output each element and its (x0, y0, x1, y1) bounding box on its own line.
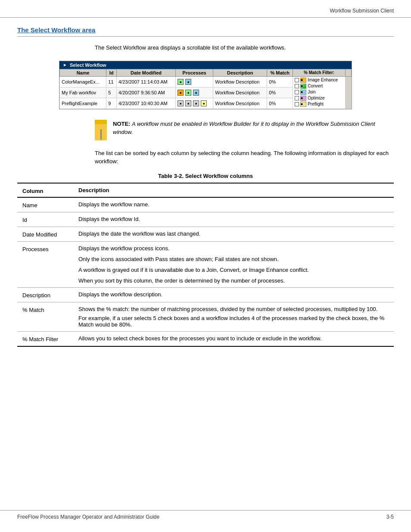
row1-match: 0% (267, 76, 293, 87)
filter-item-1[interactable]: ■ Image Enhance (295, 78, 343, 83)
main-table: Column Description Name Displays the wor… (17, 183, 394, 347)
section-title: The Select Workflow area (17, 26, 394, 34)
proc-icon-5: ■ (193, 90, 199, 96)
col-match-cell: % Match (17, 302, 73, 331)
row2-processes: ■ ■ ■ (176, 87, 213, 98)
note-text: NOTE: A workflow must be enabled in Work… (113, 120, 394, 137)
row2-id: 5 (106, 87, 117, 98)
note-label: NOTE: (113, 121, 130, 127)
row3-processes: ■ ■ ■ ■ (176, 98, 213, 109)
note-container: NOTE: A workflow must be enabled in Work… (95, 120, 394, 140)
col-date-header[interactable]: Date Modified (117, 69, 176, 76)
filter-icon-5: ■ (300, 102, 306, 107)
col-id-cell: Id (17, 212, 73, 227)
proc-icon-3: ■ (177, 90, 184, 96)
page-footer: FreeFlow Process Manager Operator and Ad… (0, 510, 411, 523)
row2-match: 0% (267, 87, 293, 98)
col-processes-cell: Processes (17, 241, 73, 287)
row1-name: ColorManageEx... (60, 76, 106, 87)
row3-date: 4/23/2007 10:40:30 AM (117, 98, 176, 109)
filter-label-3: Join (308, 90, 315, 94)
table-row: Processes Displays the workflow process … (17, 241, 394, 287)
col-name-header[interactable]: Name (60, 69, 106, 76)
sort-text: The list can be sorted by each column by… (95, 149, 394, 166)
screenshot-table: Name Id Date Modified Processes Descript… (59, 69, 352, 109)
row3-desc: Workflow Description (213, 98, 267, 109)
filter-checkbox-5[interactable] (295, 102, 299, 106)
col-match-desc-cell: Shows the % match: the number of matchin… (73, 302, 394, 331)
col-match-header[interactable]: % Match (267, 69, 293, 76)
note-icon (95, 120, 107, 140)
proc-icon-8: ■ (193, 100, 199, 106)
col-processes-desc-cell: Displays the workflow process icons. Onl… (73, 241, 394, 287)
table-caption: Table 3-2. Select Workflow columns (17, 173, 394, 179)
row2-desc: Workflow Description (213, 87, 267, 98)
proc-icon-9: ■ (201, 100, 207, 106)
table-row: Date Modified Displays the date the work… (17, 227, 394, 241)
col-date-desc-cell: Displays the date the workflow was last … (73, 227, 394, 241)
section-divider (17, 36, 394, 37)
row3-match: 0% (267, 98, 293, 109)
row1-date: 4/23/2007 11:14:03 AM (117, 76, 176, 87)
col-name-cell: Name (17, 197, 73, 212)
filter-icon-4: ■ (300, 96, 306, 101)
row2-date: 4/20/2007 9:36:50 AM (117, 87, 176, 98)
arrow-icon: ► (63, 62, 67, 67)
note-icon-line (100, 129, 102, 140)
scrollbar-cell-3 (346, 98, 352, 109)
proc-icon-1: ■ (177, 79, 184, 85)
table-row: Id Displays the workflow Id. (17, 212, 394, 227)
filter-checkbox-4[interactable] (295, 96, 299, 100)
table-row[interactable]: ColorManageEx... 11 4/23/2007 11:14:03 A… (60, 76, 352, 87)
th-column[interactable]: Column (17, 183, 73, 197)
row3-name: PreflightExample (60, 98, 106, 109)
table-header-row: Column Description (17, 183, 394, 197)
intro-text: The Select Workflow area displays a scro… (95, 44, 394, 52)
filter-item-5[interactable]: ■ Preflight (295, 102, 343, 107)
screenshot-titlebar: ► Select Workflow (59, 61, 352, 69)
col-desc-header[interactable]: Description (213, 69, 267, 76)
page-header: Workflow Submission Client (0, 0, 411, 18)
row1-id: 11 (106, 76, 117, 87)
scrollbar-top[interactable] (346, 69, 352, 76)
col-date-cell: Date Modified (17, 227, 73, 241)
proc-icon-7: ■ (185, 100, 191, 106)
filter-icon-2: ■ (300, 84, 306, 89)
filter-item-4[interactable]: ■ Optimize (295, 96, 343, 101)
th-description[interactable]: Description (73, 183, 394, 197)
footer-left: FreeFlow Process Manager Operator and Ad… (17, 514, 159, 520)
filter-checkbox-2[interactable] (295, 84, 299, 88)
col-id-desc-cell: Displays the workflow Id. (73, 212, 394, 227)
note-body: A workflow must be enabled in Workflow B… (113, 121, 375, 136)
col-desc-cell: Displays the workflow name. (73, 197, 394, 212)
screenshot-title: Select Workflow (70, 62, 106, 68)
col-filter-header: % Match Filter: (293, 69, 346, 76)
table-row: Description Displays the workflow descri… (17, 287, 394, 302)
proc-icon-6: ■ (177, 100, 184, 106)
content-area: The Select Workflow area The Select Work… (0, 18, 411, 364)
col-description-desc-cell: Displays the workflow description. (73, 287, 394, 302)
filter-label-5: Preflight (308, 102, 324, 106)
screenshot-box: ► Select Workflow Name Id Date Modified … (59, 61, 352, 109)
filter-label-2: Convert (308, 84, 323, 88)
filter-icon-1: ■ (300, 78, 306, 83)
filter-checkbox-3[interactable] (295, 90, 299, 94)
row3-id: 9 (106, 98, 117, 109)
filter-item-3[interactable]: ■ Join (295, 90, 343, 95)
filter-label-1: Image Enhance (308, 78, 338, 82)
col-processes-header[interactable]: Processes (176, 69, 213, 76)
row2-name: My Fab workflov (60, 87, 106, 98)
proc-icon-2: ■ (185, 79, 191, 85)
filter-checkbox-1[interactable] (295, 78, 299, 82)
footer-right: 3-5 (386, 514, 394, 520)
col-match-filter-desc-cell: Allows you to select check boxes for the… (73, 331, 394, 346)
table-row: Name Displays the workflow name. (17, 197, 394, 212)
col-description-cell: Description (17, 287, 73, 302)
filter-item-2[interactable]: ■ Convert (295, 84, 343, 89)
row1-desc: Workflow Description (213, 76, 267, 87)
table-row: % Match Filter Allows you to select chec… (17, 331, 394, 346)
col-id-header[interactable]: Id (106, 69, 117, 76)
filter-panel: ■ Image Enhance ■ Convert ■ (293, 76, 346, 109)
header-title: Workflow Submission Client (330, 8, 394, 14)
filter-icon-3: ■ (300, 90, 306, 95)
